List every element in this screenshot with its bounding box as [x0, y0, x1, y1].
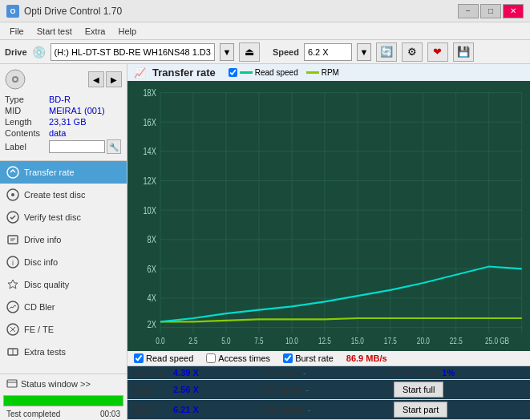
cd-bler-icon: [6, 301, 19, 313]
burst-rate-checkbox-label[interactable]: Burst rate: [283, 353, 334, 363]
verify-test-disc-icon: [6, 211, 19, 224]
nav-fe-te[interactable]: FE / TE: [0, 318, 127, 341]
svg-text:10.0: 10.0: [285, 336, 298, 346]
stat-1-3-stroke: 1/3 stroke -: [264, 382, 394, 398]
svg-text:20.0: 20.0: [417, 336, 430, 346]
close-button[interactable]: ✕: [503, 4, 524, 18]
checkboxes-row: Read speed Access times Burst rate 86.9 …: [127, 351, 530, 366]
burst-rate-checkbox[interactable]: [283, 353, 293, 363]
svg-text:18X: 18X: [143, 87, 156, 98]
svg-text:25.0 GB: 25.0 GB: [485, 336, 509, 346]
svg-text:7.5: 7.5: [254, 336, 264, 346]
status-window-button[interactable]: Status window >>: [0, 374, 127, 394]
svg-text:0.0: 0.0: [156, 336, 165, 346]
stats-row-2: Start 2.56 X 1/3 stroke - Start full: [127, 380, 530, 400]
right-panel: 📈 Transfer rate Read speed RPM: [127, 64, 530, 420]
disc-header: ◀ ▶: [5, 69, 122, 90]
chart-legend: Read speed RPM: [229, 68, 339, 77]
menu-extra[interactable]: Extra: [79, 25, 112, 38]
speed-select[interactable]: 6.2 X: [304, 43, 352, 61]
disc-quality-icon: [6, 278, 19, 291]
settings-button[interactable]: ⚙: [402, 42, 423, 62]
nav-items: Transfer rate Create test disc Verify te…: [0, 161, 127, 374]
menu-help[interactable]: Help: [111, 25, 143, 38]
stat-start-part: Start part: [394, 402, 524, 418]
svg-text:12.5: 12.5: [318, 336, 331, 346]
stats-row-1: Average 4.39 X Random - CPU usage 1%: [127, 366, 530, 380]
nav-cd-bler[interactable]: CD Bler: [0, 296, 127, 318]
minimize-button[interactable]: −: [458, 4, 479, 18]
title-bar-title: Opti Drive Control 1.70: [24, 6, 122, 17]
nav-verify-test-disc[interactable]: Verify test disc: [0, 206, 127, 228]
nav-transfer-rate[interactable]: Transfer rate: [0, 161, 127, 184]
access-times-checkbox-label[interactable]: Access times: [206, 353, 270, 363]
nav-drive-info[interactable]: Drive info: [0, 228, 127, 251]
menu-start-test[interactable]: Start test: [30, 25, 79, 38]
stats-row-3: End 6.21 X Full stroke - Start part: [127, 400, 530, 420]
disc-label-input[interactable]: [49, 140, 105, 153]
nav-create-test-disc[interactable]: Create test disc: [0, 184, 127, 206]
svg-text:16X: 16X: [143, 116, 156, 127]
main-content: ◀ ▶ Type BD-R MID MEIRA1 (001) Length 23…: [0, 64, 530, 420]
start-full-button[interactable]: Start full: [394, 382, 443, 398]
svg-text:12X: 12X: [143, 175, 156, 186]
status-window-icon: [6, 378, 18, 390]
svg-text:5.0: 5.0: [221, 336, 231, 346]
nav-disc-info[interactable]: i Disc info: [0, 251, 127, 273]
access-times-checkbox[interactable]: [206, 353, 216, 363]
read-speed-checkbox[interactable]: [134, 353, 144, 363]
disc-label-row: Label 🔧: [5, 139, 122, 154]
svg-text:4X: 4X: [148, 293, 157, 304]
chart-header: 📈 Transfer rate Read speed RPM: [127, 64, 530, 81]
disc-nav-left[interactable]: ◀: [88, 71, 104, 87]
title-bar: O Opti Drive Control 1.70 − □ ✕: [0, 0, 530, 22]
drive-label: Drive: [5, 47, 27, 57]
stat-cpu: CPU usage 1%: [394, 368, 524, 378]
svg-rect-7: [8, 236, 18, 244]
title-bar-controls: − □ ✕: [458, 4, 524, 18]
svg-rect-19: [127, 81, 530, 351]
stat-start-full: Start full: [394, 382, 524, 398]
speed-select-arrow[interactable]: ▼: [357, 43, 371, 61]
svg-text:14X: 14X: [143, 146, 156, 157]
drive-select-arrow[interactable]: ▼: [220, 43, 234, 61]
menu-file[interactable]: File: [3, 25, 30, 38]
svg-text:i: i: [12, 259, 14, 267]
legend-read-checkbox[interactable]: [229, 68, 237, 77]
sidebar: ◀ ▶ Type BD-R MID MEIRA1 (001) Length 23…: [0, 64, 127, 420]
legend-rpm: RPM: [306, 68, 339, 77]
chart-svg: 18X 16X 14X 12X 10X 8X 6X 4X 2X 0.0 2.5 …: [127, 81, 530, 351]
drive-select[interactable]: (H:) HL-DT-ST BD-RE WH16NS48 1.D3: [51, 43, 215, 61]
nav-extra-tests[interactable]: Extra tests: [0, 341, 127, 363]
svg-rect-17: [7, 380, 17, 387]
progress-bar: [3, 395, 123, 406]
nav-disc-quality[interactable]: Disc quality: [0, 273, 127, 296]
disc-nav: ◀ ▶: [88, 71, 122, 87]
chart-area: 18X 16X 14X 12X 10X 8X 6X 4X 2X 0.0 2.5 …: [127, 81, 530, 351]
status-section: Status window >> Test completed 00:03: [0, 374, 127, 420]
legend-read-speed: Read speed: [229, 68, 298, 77]
stat-start: Start 2.56 X: [134, 382, 264, 398]
maximize-button[interactable]: □: [480, 4, 501, 18]
drive-info-icon: [6, 233, 19, 246]
chart-title: Transfer rate: [152, 67, 216, 79]
svg-text:2.5: 2.5: [188, 336, 198, 346]
start-part-button[interactable]: Start part: [394, 402, 447, 418]
refresh-button[interactable]: 🔄: [376, 42, 397, 62]
svg-point-5: [11, 193, 14, 196]
speed-label: Speed: [273, 47, 299, 57]
disc-type-row: Type BD-R: [5, 95, 122, 104]
disc-label-btn[interactable]: 🔧: [107, 139, 121, 154]
info-button[interactable]: ❤: [427, 42, 448, 62]
eject-button[interactable]: ⏏: [239, 42, 260, 62]
svg-point-13: [7, 301, 18, 313]
read-speed-checkbox-label[interactable]: Read speed: [134, 353, 193, 363]
fe-te-icon: [6, 323, 19, 336]
svg-text:6X: 6X: [148, 263, 157, 274]
disc-nav-right[interactable]: ▶: [106, 71, 122, 87]
stat-full-stroke: Full stroke -: [264, 402, 394, 418]
disc-mid-row: MID MEIRA1 (001): [5, 106, 122, 115]
title-bar-left: O Opti Drive Control 1.70: [6, 5, 122, 18]
stat-average: Average 4.39 X: [134, 368, 264, 378]
save-button[interactable]: 💾: [453, 42, 474, 62]
